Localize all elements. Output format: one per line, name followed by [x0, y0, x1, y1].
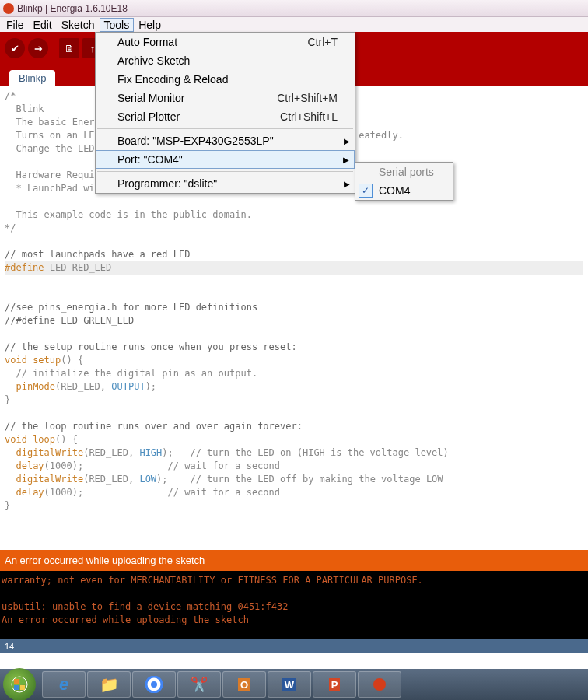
powerpoint-icon: P [329, 678, 341, 691]
task-word[interactable]: W [268, 671, 311, 698]
menu-separator [97, 128, 353, 129]
task-explorer[interactable]: 📁 [87, 671, 131, 698]
menu-separator [97, 171, 353, 172]
ie-icon: e [59, 674, 68, 695]
task-ie[interactable]: e [42, 671, 86, 698]
outlook-icon: O [238, 678, 250, 691]
svg-rect-4 [20, 685, 25, 690]
word-icon: W [282, 678, 296, 691]
upload-button[interactable]: ➔ [28, 38, 48, 58]
check-icon: ✔ [11, 43, 19, 54]
tab-sketch[interactable]: Blinkp [9, 70, 55, 86]
submenu-header: Serial ports [355, 163, 453, 181]
svg-point-7 [151, 681, 157, 688]
app-icon [3, 3, 14, 14]
scissors-icon: ✂️ [191, 676, 208, 693]
menu-port[interactable]: Port: "COM4"▶ [96, 150, 355, 169]
menu-archive-sketch[interactable]: Archive Sketch [96, 51, 355, 70]
menu-board[interactable]: Board: "MSP-EXP430G2553LP"▶ [96, 131, 355, 150]
tools-dropdown: Auto FormatCtrl+T Archive Sketch Fix Enc… [95, 32, 355, 194]
chevron-right-icon: ▶ [344, 180, 350, 188]
svg-rect-3 [14, 685, 19, 690]
menu-fix-encoding[interactable]: Fix Encoding & Reload [96, 70, 355, 89]
menu-serial-plotter[interactable]: Serial PlotterCtrl+Shift+L [96, 107, 355, 126]
menu-auto-format[interactable]: Auto FormatCtrl+T [96, 33, 355, 51]
menu-programmer[interactable]: Programmer: "dslite"▶ [96, 174, 355, 193]
titlebar: Blinkp | Energia 1.6.10E18 [0, 0, 588, 17]
task-energia[interactable] [358, 671, 401, 698]
start-button[interactable] [3, 668, 36, 700]
svg-rect-2 [20, 679, 25, 684]
verify-button[interactable]: ✔ [5, 38, 25, 58]
menu-tools[interactable]: Tools [100, 18, 135, 32]
menu-serial-monitor[interactable]: Serial MonitorCtrl+Shift+M [96, 89, 355, 107]
new-button[interactable]: 🗎 [59, 38, 79, 58]
port-com4[interactable]: ✓ COM4 [355, 181, 453, 200]
chevron-right-icon: ▶ [343, 156, 349, 164]
status-line: 14 [5, 642, 14, 651]
folder-icon: 📁 [100, 675, 119, 694]
energia-icon [373, 678, 386, 691]
console-output[interactable]: warranty; not even for MERCHANTABILITY o… [0, 571, 588, 639]
svg-rect-1 [14, 679, 19, 684]
menu-file[interactable]: File [2, 19, 29, 31]
menu-help[interactable]: Help [134, 19, 166, 31]
arrow-right-icon: ➔ [34, 43, 43, 54]
taskbar: e 📁 ✂️ O W P [0, 669, 588, 700]
error-message: An error occurred while uploading the sk… [5, 555, 205, 566]
window-title: Blinkp | Energia 1.6.10E18 [17, 3, 128, 14]
chevron-right-icon: ▶ [344, 137, 350, 145]
check-icon: ✓ [359, 184, 373, 198]
port-submenu: Serial ports ✓ COM4 [355, 162, 453, 201]
task-outlook[interactable]: O [222, 671, 266, 698]
windows-icon [11, 676, 28, 693]
task-snip[interactable]: ✂️ [177, 671, 221, 698]
menu-sketch[interactable]: Sketch [57, 19, 100, 31]
file-icon: 🗎 [65, 43, 75, 54]
status-bar: 14 [0, 639, 588, 653]
task-chrome[interactable] [132, 671, 176, 698]
task-powerpoint[interactable]: P [313, 671, 356, 698]
menu-edit[interactable]: Edit [29, 19, 57, 31]
error-bar: An error occurred while uploading the sk… [0, 550, 588, 571]
menubar: File Edit Sketch Tools Help [0, 17, 588, 32]
chrome-icon [145, 676, 163, 693]
